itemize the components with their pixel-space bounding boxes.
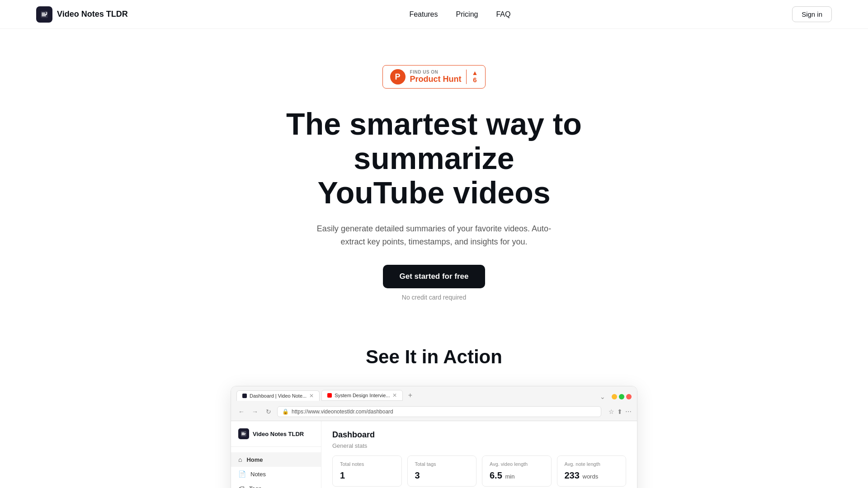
sidebar-logo-icon [238, 428, 249, 439]
new-tab-button[interactable]: + [405, 390, 415, 401]
tab-favicon-vn [242, 394, 247, 398]
hero-subtitle: Easily generate detailed summaries of yo… [307, 222, 561, 249]
browser-tab-dashboard-close[interactable]: ✕ [309, 393, 314, 399]
browser-tab-dashboard-label: Dashboard | Video Note... [250, 393, 307, 399]
browser-chrome: Dashboard | Video Note... ✕ System Desig… [231, 386, 637, 421]
browser-tabs: Dashboard | Video Note... ✕ System Desig… [236, 390, 415, 401]
home-icon: ⌂ [238, 456, 242, 463]
sidebar: Video Notes TLDR ⌂ Home 📄 Notes 🏷 Tags [231, 421, 321, 488]
sidebar-item-home[interactable]: ⌂ Home [231, 452, 321, 467]
product-hunt-vote-arrow: ▲ [472, 70, 478, 76]
product-hunt-vote: ▲ 6 [466, 70, 478, 84]
window-close-btn[interactable] [626, 394, 632, 399]
lock-icon: 🔒 [282, 408, 289, 415]
nav-features[interactable]: Features [409, 10, 438, 19]
general-stats-label: General stats [332, 442, 626, 449]
sidebar-logo-area: Video Notes TLDR [231, 428, 321, 447]
forward-button[interactable]: → [250, 407, 260, 417]
back-button[interactable]: ← [236, 407, 246, 417]
stat-label: Total notes [340, 461, 394, 467]
share-icon[interactable]: ⬆ [617, 408, 623, 415]
product-hunt-icon: P [390, 69, 406, 84]
stat-label: Avg. video length [490, 461, 544, 467]
browser-extra-actions: ☆ ⬆ ⋯ [609, 408, 632, 415]
product-hunt-vote-count: 6 [473, 76, 476, 84]
stat-value: 1 [340, 470, 394, 481]
sidebar-item-notes[interactable]: 📄 Notes [231, 467, 321, 481]
reload-button[interactable]: ↻ [264, 407, 274, 417]
hero-title: The smartest way to summarize YouTube vi… [231, 107, 637, 210]
sidebar-nav: ⌂ Home 📄 Notes 🏷 Tags 👤 Account [231, 447, 321, 488]
window-controls [612, 394, 632, 399]
browser-tab-system-design-close[interactable]: ✕ [392, 392, 397, 399]
dashboard-title: Dashboard [332, 430, 626, 440]
cta-button[interactable]: Get started for free [383, 265, 485, 288]
browser-mockup: Dashboard | Video Note... ✕ System Desig… [231, 386, 637, 488]
product-hunt-name: Product Hunt [410, 75, 462, 84]
sidebar-logo-text: Video Notes TLDR [253, 431, 304, 437]
nav-faq[interactable]: FAQ [496, 10, 510, 19]
hero-title-line2: YouTube videos [317, 175, 550, 210]
bookmark-icon[interactable]: ☆ [609, 408, 614, 415]
no-credit-card-text: No credit card required [402, 294, 466, 301]
window-min-btn[interactable] [612, 394, 617, 399]
url-text: https://www.videonotestldr.com/dashboard [292, 408, 393, 415]
logo-text: Video Notes TLDR [57, 9, 128, 19]
stat-card: Avg. video length 6.5 min [482, 455, 552, 487]
action-section: See It in Action Dashboard | Video Note.… [0, 328, 868, 488]
sidebar-tags-label: Tags [249, 485, 261, 488]
hero-section: P FIND US ON Product Hunt ▲ 6 The smarte… [0, 29, 868, 328]
stat-card: Total tags 3 [407, 455, 477, 487]
tags-icon: 🏷 [238, 485, 245, 488]
header: Video Notes TLDR Features Pricing FAQ Si… [0, 0, 868, 29]
dashboard-app: Video Notes TLDR ⌂ Home 📄 Notes 🏷 Tags [231, 421, 637, 488]
stat-unit: min [504, 473, 515, 480]
stat-label: Total tags [415, 461, 469, 467]
product-hunt-text-area: FIND US ON Product Hunt [410, 70, 462, 84]
stat-card: Total notes 1 [332, 455, 402, 487]
stat-value: 3 [415, 470, 469, 481]
hero-title-line1: The smartest way to summarize [286, 107, 582, 175]
stat-value: 6.5 min [490, 470, 544, 481]
browser-navigation-bar: ← → ↻ 🔒 https://www.videonotestldr.com/d… [236, 406, 632, 417]
browser-tab-system-design-label: System Design Intervie... [335, 393, 390, 398]
product-hunt-find-us-label: FIND US ON [410, 70, 439, 75]
product-hunt-badge[interactable]: P FIND US ON Product Hunt ▲ 6 [382, 65, 486, 89]
main-dashboard-content: Dashboard General stats Total notes 1 To… [321, 421, 637, 488]
sidebar-item-tags[interactable]: 🏷 Tags [231, 481, 321, 488]
more-icon[interactable]: ⋯ [625, 408, 632, 415]
sidebar-home-label: Home [246, 456, 263, 463]
window-max-btn[interactable] [619, 394, 624, 399]
logo-icon [36, 6, 52, 23]
logo[interactable]: Video Notes TLDR [36, 6, 128, 23]
section-title: See It in Action [366, 346, 502, 368]
tab-favicon-yt [327, 393, 332, 398]
notes-icon: 📄 [238, 470, 246, 478]
nav-pricing[interactable]: Pricing [456, 10, 478, 19]
main-nav: Features Pricing FAQ [409, 10, 510, 19]
stat-label: Avg. note length [565, 461, 619, 467]
stat-card: Avg. note length 233 words [557, 455, 627, 487]
sidebar-notes-label: Notes [250, 471, 266, 478]
stat-value: 233 words [565, 470, 619, 481]
stat-unit: words [581, 473, 598, 480]
browser-tab-system-design[interactable]: System Design Intervie... ✕ [321, 390, 403, 401]
stats-grid: Total notes 1 Total tags 3 Avg. video le… [332, 455, 626, 487]
address-bar[interactable]: 🔒 https://www.videonotestldr.com/dashboa… [277, 406, 601, 417]
browser-tab-dashboard[interactable]: Dashboard | Video Note... ✕ [236, 390, 320, 401]
sign-in-button[interactable]: Sign in [792, 6, 832, 22]
browser-collapse-icon[interactable]: ⌄ [600, 393, 605, 400]
